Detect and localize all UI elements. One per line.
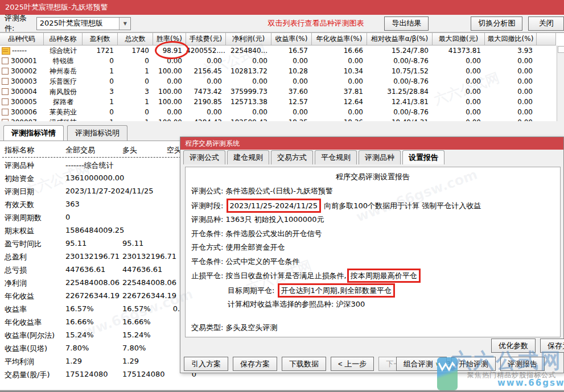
table-row[interactable]: 300004南风股份33100.007473.42375999.7337.603… — [0, 86, 564, 97]
metric-label: 收益率(贝塔) — [5, 344, 47, 354]
column-header[interactable]: 净利润(元) — [226, 33, 271, 46]
table-row[interactable]: 300005探路者11100.002190.85125713.3812.5712… — [0, 97, 564, 107]
metric-all-trades: 1586484009.25 — [65, 226, 124, 234]
scrollbar-thumb[interactable] — [558, 46, 564, 53]
row-checkbox[interactable] — [2, 119, 9, 121]
dialog-tabstrip: 评测公式建仓规则交易方式平仓规则评测品种设置报告 — [183, 150, 563, 164]
symbol-code: ------ — [12, 47, 27, 55]
optimize-params-button[interactable]: 优化参数 — [491, 339, 536, 353]
value-cell: 2254840... — [226, 47, 271, 55]
table-vertical-scrollbar[interactable] — [557, 46, 564, 121]
table-row[interactable]: 300006莱美药业000.000.000.000.000.000.00/-8.… — [0, 107, 564, 117]
column-header[interactable]: 收益率(%) — [271, 33, 312, 46]
dialog-tab-1[interactable]: 评测公式 — [183, 150, 225, 164]
column-header[interactable]: 盈利数 — [83, 33, 118, 46]
value-cell: 1740 — [118, 47, 153, 55]
report-line-text: 1363只 初始投入1000000元 — [226, 215, 324, 224]
report-line-text: 条件选股公式发出的开仓信号 — [226, 229, 322, 238]
value-cell: 10.28 — [271, 67, 312, 75]
row-checkbox[interactable] — [2, 109, 9, 115]
value-cell: 0.00 — [485, 77, 537, 85]
value-cell: 0.00 — [485, 67, 537, 75]
引入方案-button[interactable]: 引入方案 — [184, 357, 228, 371]
row-checkbox[interactable] — [2, 68, 9, 75]
上一步-button[interactable]: < 上一步 — [331, 357, 374, 371]
metric-label: 交易量(股/手) — [5, 370, 50, 380]
export-results-button[interactable]: 导出结果 — [384, 16, 429, 31]
table-row[interactable]: 300001特锐德000.000.000.000.000.000.00/-8.7… — [0, 56, 564, 66]
metric-long: 15.24% — [122, 331, 151, 339]
column-header[interactable]: 总次数 — [118, 33, 153, 46]
value-cell: 31.25/28.84 — [367, 88, 433, 96]
table-row[interactable]: ------综合统计1721174098.914200552....225484… — [0, 46, 564, 56]
combo-evaluate-button[interactable]: 组合评测∨ — [396, 357, 447, 371]
tab-metrics-note[interactable]: 评测指标说明 — [67, 125, 127, 141]
metrics-column-header: 指标名称 — [5, 145, 34, 155]
row-checkbox[interactable] — [2, 98, 9, 105]
row-checkbox[interactable] — [2, 57, 9, 64]
close-button[interactable]: 关闭 — [528, 16, 564, 31]
value-cell: 0.00 — [433, 57, 485, 65]
toolbar: 评测条件: 2025叶梵宸理想版 ▼ 双击列表行查看品种评测图表 导出结果 切换… — [0, 15, 564, 32]
report-line-label: 开仓条件: — [191, 229, 226, 238]
metric-long: 1.29 — [122, 357, 139, 365]
dialog-tab-5[interactable]: 评测品种 — [359, 150, 401, 164]
metric-all-trades: 15.24% — [65, 331, 94, 339]
column-header[interactable]: 相对收益率α/β(%) — [367, 33, 433, 46]
dialog-tab-4[interactable]: 平仓规则 — [315, 150, 357, 164]
value-cell: 12.57 — [271, 98, 312, 106]
column-header[interactable]: 手续费(元) — [186, 33, 226, 46]
dialog-tab-2[interactable]: 建仓规则 — [227, 150, 269, 164]
metric-long: 225484008.06 — [122, 278, 176, 287]
window-title: 2025叶梵宸理想版-九妖塔预警 — [5, 3, 108, 11]
column-header[interactable]: 年化收益率(%) — [312, 33, 367, 46]
dialog-tab-6[interactable]: 设置报告 — [402, 150, 444, 164]
tab-metrics-detail[interactable]: 评测指标详情 — [3, 125, 64, 141]
condition-combobox[interactable]: 2025叶梵宸理想版 ▼ — [36, 17, 131, 30]
下载数据-button[interactable]: 下载数据 — [282, 357, 326, 371]
column-header[interactable]: 最大回撤比(%) — [485, 33, 537, 46]
value-cell: 0.00 — [485, 57, 537, 65]
value-cell: 0 — [118, 108, 153, 116]
metric-all-trades: -------综合统计 — [65, 160, 114, 171]
value-cell: 0.00 — [485, 88, 537, 96]
value-cell: 0.00 — [271, 57, 312, 65]
value-cell: 3 — [83, 88, 118, 96]
column-header[interactable]: 最大回撤(元) — [433, 33, 485, 46]
value-cell: 0.00/-8.76 — [367, 108, 433, 116]
metric-label: 盈亏时间比 — [5, 239, 42, 249]
table-row[interactable]: 300003乐普医疗000.000.000.000.000.000.00/-8.… — [0, 76, 564, 86]
dialog-tab-3[interactable]: 交易方式 — [271, 150, 313, 164]
column-header[interactable]: 品种代码 — [0, 33, 44, 46]
row-checkbox[interactable] — [2, 78, 9, 85]
table-row[interactable]: 300007汉威科技11100.004284.43182599.4318.251… — [0, 117, 564, 121]
report-line: 计算相对收益率选择的参照品种: 沪深300 — [191, 298, 554, 312]
evaluate-report-button[interactable]: 评测报告 — [500, 357, 545, 371]
report-line-label: 止损平仓: — [191, 271, 226, 280]
chevron-down-icon[interactable]: ▼ — [119, 18, 130, 30]
start-evaluate-button[interactable]: 开始评测 — [451, 357, 496, 371]
value-cell: 3 — [118, 88, 153, 96]
row-checkbox[interactable] — [2, 88, 9, 95]
symbol-code-cell: 300007 — [0, 118, 44, 121]
symbol-code: 300002 — [11, 67, 37, 75]
value-cell: 100.00 — [153, 98, 186, 106]
condition-value: 2025叶梵宸理想版 — [37, 18, 120, 28]
保存方案-button[interactable]: 保存方案 — [233, 357, 277, 371]
value-cell: 12.41/3.81 — [367, 98, 433, 106]
value-cell: 18.36 — [312, 118, 367, 121]
value-cell: 0 — [83, 77, 118, 85]
value-cell: 0.00 — [226, 77, 271, 85]
metric-label: 期末权益 — [5, 226, 34, 236]
report-line: 交易时机与价位: — [191, 335, 554, 337]
column-header[interactable]: 品种名称 — [44, 33, 83, 46]
report-line-text: 公式中定义的平仓条件 — [226, 257, 300, 266]
save-as-default-button[interactable]: 保存为默认 — [540, 339, 564, 353]
table-row[interactable]: 300002神州泰岳11100.002156.45102813.7210.281… — [0, 66, 564, 76]
value-cell: 0.00 — [485, 108, 537, 116]
switch-analysis-chart-button[interactable]: 切换分析图 — [471, 16, 522, 31]
value-cell: 0.00 — [433, 77, 485, 85]
symbol-code-cell: 300004 — [0, 88, 44, 96]
column-header-filler — [537, 33, 556, 46]
dialog-title: 程序交易评测系统 — [185, 139, 240, 147]
